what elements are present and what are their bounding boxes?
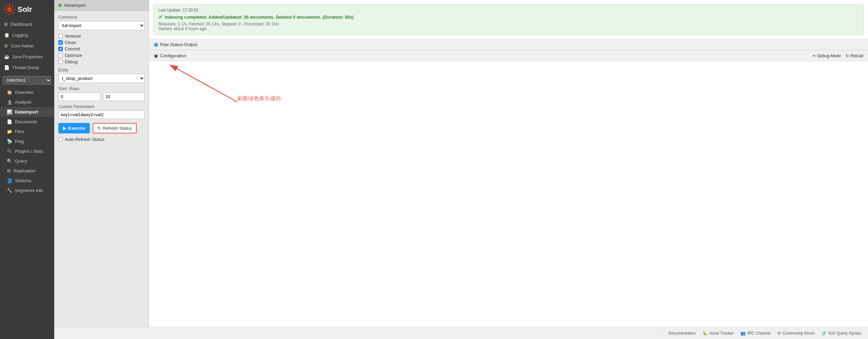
success-icon: ✔: [158, 14, 163, 20]
sidebar-item-core-admin[interactable]: ⚙ Core Admin: [0, 41, 54, 51]
debug-mode-label: Debug-Mode: [817, 54, 841, 58]
sidebar-item-schema[interactable]: 📘 Schema: [0, 176, 54, 186]
panel-title: /dataimport: [64, 3, 86, 8]
java-props-icon: ☕: [4, 54, 9, 59]
start-rows-inputs: [58, 92, 145, 101]
svg-line-6: [6, 12, 7, 14]
verbose-label: Verbose: [65, 34, 81, 39]
sidebar-item-label: Thread Dump: [12, 65, 39, 70]
schema-icon: 📘: [7, 178, 12, 183]
sidebar-item-java-properties[interactable]: ☕ Java Properties: [0, 51, 54, 62]
reload-label: Reload: [850, 54, 863, 58]
sidebar-item-label: Query: [15, 158, 27, 164]
footer-solr-query-syntax[interactable]: 🔗 Solr Query Syntax: [822, 331, 861, 336]
ping-icon: 📡: [7, 139, 12, 144]
clean-checkbox[interactable]: Clean: [58, 40, 145, 45]
form-body: Command full-import delta-import status …: [54, 11, 149, 146]
doc-label: Documentation: [668, 331, 696, 336]
last-update: Last Update: 17:29:52: [158, 8, 859, 13]
doc-icon: 📄: [662, 331, 667, 336]
custom-params-input-wrap: [58, 110, 145, 119]
thread-dump-icon: 📄: [4, 65, 9, 70]
dashboard-icon: ⊞: [4, 22, 8, 27]
auto-refresh-checkbox[interactable]: Auto-Refresh Status: [58, 137, 145, 142]
auto-refresh-input[interactable]: [58, 137, 63, 142]
command-select[interactable]: full-import delta-import status reload-c…: [58, 21, 145, 30]
sidebar-item-query[interactable]: 🔍 Query: [0, 156, 54, 166]
execute-icon: ▶: [63, 126, 66, 131]
sidebar-item-overview[interactable]: 🏠 Overview: [0, 87, 54, 97]
start-rows-group: Start, Rows: [58, 86, 145, 101]
footer-community-forum[interactable]: ✉ Community forum: [777, 331, 815, 336]
debug-mode-button[interactable]: ✏ Debug-Mode: [813, 54, 841, 58]
optimize-checkbox[interactable]: Optimize: [58, 53, 145, 58]
footer-issue-tracker[interactable]: 🐛 Issue Tracker: [703, 331, 734, 336]
debug-checkbox[interactable]: Debug: [58, 59, 145, 64]
raw-status-collapse-icon: ▣: [154, 42, 158, 47]
sidebar-item-logging[interactable]: 📋 Logging: [0, 30, 54, 41]
irc-label: IRC Channel: [747, 331, 771, 336]
sidebar-item-label: Logging: [12, 33, 28, 38]
dataimport-icon: 📊: [7, 109, 12, 114]
sidebar-item-label: Overview: [15, 90, 33, 95]
execute-label: Execute: [68, 126, 85, 131]
clean-input[interactable]: [58, 40, 63, 45]
core-admin-icon: ⚙: [4, 43, 8, 48]
debug-input[interactable]: [58, 60, 63, 64]
sidebar-item-label: Plugins / Stats: [15, 149, 43, 154]
sidebar-item-label: Java Properties: [12, 54, 43, 59]
main-content: /dataimport Command full-import delta-im…: [54, 0, 868, 339]
footer-irc-channel[interactable]: 👥 IRC Channel: [741, 331, 771, 336]
configuration-section[interactable]: ▣ Configuration ✏ Debug-Mode ↻ Reload: [149, 50, 868, 61]
sidebar-item-files[interactable]: 📁 Files: [0, 127, 54, 136]
refresh-status-button[interactable]: ↻ Refresh Status: [93, 123, 137, 133]
sidebar-item-ping[interactable]: 📡 Ping: [0, 136, 54, 146]
sidebar-item-analysis[interactable]: 🔬 Analysis: [0, 97, 54, 107]
sidebar-item-label: Dashboard: [11, 22, 32, 27]
optimize-input[interactable]: [58, 53, 63, 58]
bug-icon: 🐛: [703, 331, 708, 336]
sidebar-item-plugins-stats[interactable]: 🔌 Plugins / Stats: [0, 146, 54, 156]
panel-header: /dataimport: [54, 0, 149, 11]
commit-input[interactable]: [58, 47, 63, 51]
annotation-area: 刷新绿色表示成功: [149, 61, 868, 327]
commit-label: Commit: [65, 46, 80, 51]
reload-button[interactable]: ↻ Reload: [846, 54, 863, 58]
sidebar-item-segments-info[interactable]: 🔧 Segments info: [0, 186, 54, 195]
plugins-icon: 🔌: [7, 149, 12, 154]
query-icon: 🔍: [7, 158, 12, 164]
footer-documentation[interactable]: 📄 Documentation: [662, 331, 696, 336]
optimize-label: Optimize: [65, 53, 82, 58]
custom-params-input[interactable]: [58, 110, 145, 119]
sidebar-item-label: Files: [15, 129, 24, 134]
entity-select[interactable]: t_shop_product: [58, 74, 145, 83]
logo-text: Solr: [18, 5, 32, 14]
solr-logo-icon: [3, 3, 16, 16]
entity-group: Entity t_shop_product: [58, 68, 145, 83]
sidebar-item-dashboard[interactable]: ⊞ Dashboard: [0, 19, 54, 30]
custom-params-group: Custom Parameters: [58, 104, 145, 119]
collection-select-input[interactable]: collection1: [3, 76, 52, 85]
overview-icon: 🏠: [7, 90, 12, 95]
forum-icon: ✉: [777, 331, 781, 336]
command-group: Command full-import delta-import status …: [58, 15, 145, 30]
sidebar-item-documents[interactable]: 📄 Documents: [0, 117, 54, 127]
raw-status-section[interactable]: ▣ Raw Status-Output: [149, 39, 868, 50]
start-input[interactable]: [58, 92, 100, 101]
svg-line-2: [12, 6, 14, 7]
commit-checkbox[interactable]: Commit: [58, 46, 145, 51]
started-detail: Started: about 8 hours ago: [158, 26, 859, 31]
svg-line-4: [12, 12, 14, 14]
custom-params-label: Custom Parameters: [58, 104, 145, 109]
sidebar-item-replication[interactable]: ⚙ Replication: [0, 166, 54, 176]
sidebar-item-dataimport[interactable]: 📊 Dataimport: [0, 107, 54, 117]
verbose-checkbox[interactable]: Verbose: [58, 34, 145, 39]
rows-input[interactable]: [103, 92, 145, 101]
query-syntax-label: Solr Query Syntax: [828, 331, 861, 336]
sidebar-item-thread-dump[interactable]: 📄 Thread Dump: [0, 62, 54, 73]
collection-selector[interactable]: collection1: [3, 76, 52, 85]
sidebar-item-label: Documents: [15, 119, 37, 124]
execute-button[interactable]: ▶ Execute: [58, 123, 90, 133]
verbose-input[interactable]: [58, 34, 63, 38]
footer: 📄 Documentation 🐛 Issue Tracker 👥 IRC Ch…: [54, 327, 868, 339]
